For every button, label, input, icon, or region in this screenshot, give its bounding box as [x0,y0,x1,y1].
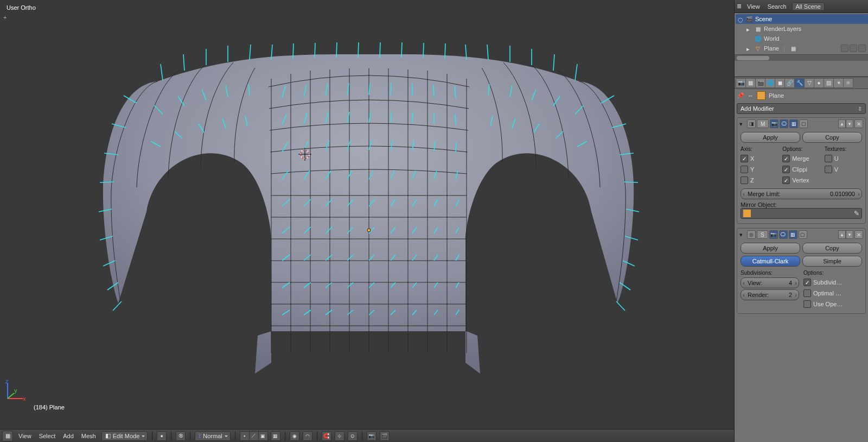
tab-physics[interactable]: ⚛ [843,78,853,88]
orientation-selector[interactable]: ⟟ Normal [195,431,230,441]
tab-particles[interactable]: ✶ [833,78,844,88]
vertex-checkbox[interactable] [782,176,790,184]
limit-selection-icon[interactable]: ▦ [271,431,280,441]
tab-material[interactable]: ● [814,78,824,88]
outliner-editor-type-selector[interactable]: ≣ [737,3,742,10]
tab-world[interactable]: 🌐 [765,78,775,88]
mesh-wireframe [0,0,734,429]
subdivide-uv-checkbox[interactable] [803,279,811,286]
face-select-icon[interactable]: ▣ [258,431,268,441]
proportional-edit-icon[interactable]: ◉ [290,431,299,441]
axis-icon: ⟟ [199,432,201,439]
mode-selector[interactable]: ◧ Edit Mode [101,431,148,441]
svg-line-11 [401,42,402,58]
restrict-select-icon[interactable] [850,45,857,52]
svg-line-64 [456,142,456,152]
pin-icon[interactable]: 📌 [737,92,744,99]
tab-render[interactable]: 📷 [736,78,746,88]
outliner-scene-label: Scene [755,16,772,22]
falloff-icon[interactable]: ◠ [303,431,312,441]
catmull-clark-button[interactable]: Catmull-Clark [741,256,800,267]
show-render-icon[interactable]: 📷 [770,119,778,128]
modifier-delete-icon[interactable]: ✕ [854,230,863,239]
clip-checkbox[interactable] [782,166,790,173]
menu-select[interactable]: Select [37,432,58,440]
snap-element-icon[interactable]: ⊹ [335,431,344,441]
opengl-render-icon[interactable]: 📷 [367,431,376,441]
3d-viewport[interactable]: User Ortho (184) Plane + [0,0,734,429]
merge-limit-value: 0.010900 [830,191,855,197]
simple-button[interactable]: Simple [802,256,862,267]
copy-button[interactable]: Copy [802,132,862,143]
outliner[interactable]: ◌ 🎬 Scene ▸ ▦ RenderLayers ▸ 🌐 World ▸ ▽ [735,13,868,77]
outliner-renderlayers-row[interactable]: ▸ ▦ RenderLayers [736,24,868,34]
textures-label: Textures: [825,146,862,152]
outliner-scrollbar[interactable] [735,54,868,61]
tex-u-checkbox[interactable] [825,155,832,162]
optimal-display-checkbox[interactable] [803,289,811,297]
merge-limit-field[interactable]: Merge Limit: 0.010900 [741,188,862,199]
editor-type-selector[interactable]: ▦ [2,431,13,441]
render-subdiv-field[interactable]: Render: 2 [741,289,799,300]
tab-constraints[interactable]: 🔗 [784,78,795,88]
apply-button[interactable]: Apply [741,243,800,254]
show-render-icon[interactable]: 📷 [769,230,778,239]
move-down-icon[interactable]: ▼ [846,230,853,239]
apply-button[interactable]: Apply [741,132,800,143]
opensubdiv-checkbox[interactable] [803,300,811,308]
panel-collapse-icon[interactable]: ▾ [739,231,746,238]
copy-button[interactable]: Copy [802,243,862,254]
show-cage-icon[interactable]: ▢ [799,119,808,128]
edge-select-icon[interactable]: ／ [249,431,259,441]
panel-collapse-icon[interactable]: ▾ [739,121,746,128]
outliner-menu-search[interactable]: Search [765,3,789,10]
restrict-render-icon[interactable] [858,45,866,52]
outliner-object-row[interactable]: ▸ ▽ Plane | ▦ [736,43,868,53]
pivot-selector[interactable]: ⦿ [176,431,186,441]
modifier-delete-icon[interactable]: ✕ [854,119,863,128]
outliner-display-mode[interactable]: All Scene [792,2,825,11]
svg-text:y: y [14,387,17,394]
tex-v-label: V [834,166,838,173]
modifier-name-mirror[interactable]: M [757,119,769,128]
view-subdiv-value: 4 [789,280,792,286]
view-subdiv-field[interactable]: View: 4 [741,277,799,288]
menu-add[interactable]: Add [61,432,76,440]
tab-renderlayers[interactable]: ▦ [745,78,756,88]
axis-x-checkbox[interactable] [741,155,748,162]
snap-toggle-icon[interactable]: 🧲 [322,431,331,441]
tab-modifiers[interactable]: 🔧 [794,78,805,88]
shading-sphere-icon[interactable]: ● [157,431,167,441]
show-viewport-icon[interactable]: 🖵 [779,230,788,239]
axis-y-checkbox[interactable] [741,166,748,173]
eyedropper-icon[interactable]: ✎ [854,210,859,217]
merge-checkbox[interactable] [782,155,790,162]
menu-view[interactable]: View [16,432,34,440]
tex-v-checkbox[interactable] [825,166,832,173]
vertex-select-icon[interactable]: ▪ [240,431,250,441]
menu-mesh[interactable]: Mesh [79,432,98,440]
opengl-render-anim-icon[interactable]: 🎬 [380,431,390,441]
show-cage-icon[interactable]: ▢ [799,230,807,239]
move-down-icon[interactable]: ▼ [846,119,853,128]
tab-texture[interactable]: ▨ [824,78,834,88]
tab-data[interactable]: ▽ [804,78,814,88]
move-up-icon[interactable]: ▲ [838,119,846,128]
outliner-scene-row[interactable]: ◌ 🎬 Scene [736,14,868,24]
show-viewport-icon[interactable]: 🖵 [780,119,788,128]
move-up-icon[interactable]: ▲ [838,230,846,239]
outliner-world-row[interactable]: ▸ 🌐 World [736,34,868,43]
snap-target-icon[interactable]: ⊙ [348,431,358,441]
add-modifier-dropdown[interactable]: Add Modifier [737,103,866,114]
vertex-label: Vertex [792,177,809,184]
tab-scene[interactable]: 🎬 [755,78,765,88]
object-icon [757,91,765,100]
tab-object[interactable]: ◼ [775,78,785,88]
show-editmode-icon[interactable]: ▥ [789,230,797,239]
mirror-object-field[interactable]: ✎ [741,208,862,219]
axis-z-checkbox[interactable] [741,176,748,184]
modifier-name-subsurf[interactable]: S [757,230,768,239]
outliner-menu-view[interactable]: View [745,3,762,10]
restrict-view-icon[interactable] [841,45,848,52]
show-editmode-icon[interactable]: ▥ [789,119,798,128]
